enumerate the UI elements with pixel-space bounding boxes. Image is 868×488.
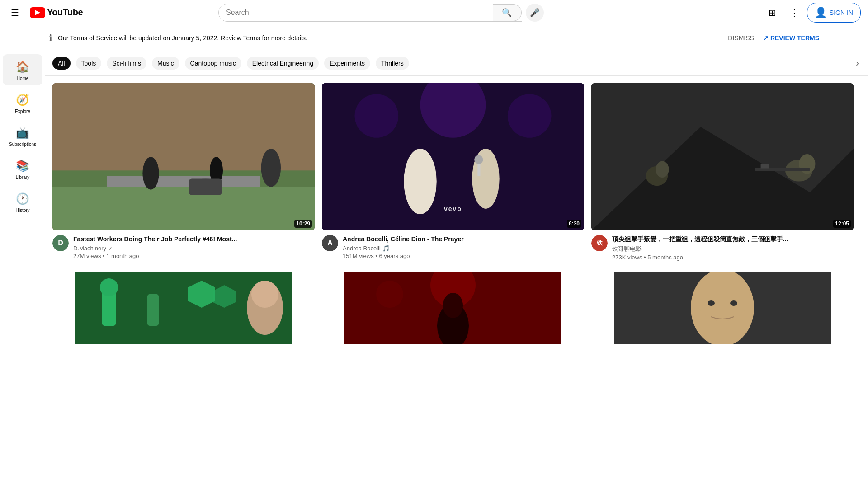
more-icon: ⋮ (790, 7, 799, 18)
more-button[interactable]: ⋮ (785, 4, 803, 22)
video-card-6[interactable] (591, 272, 861, 344)
svg-point-13 (404, 149, 437, 214)
video-card-4[interactable] (52, 272, 322, 344)
thumb-bg-1 (52, 83, 315, 230)
header-left: ☰ YouTube (7, 4, 107, 22)
search-form: 🔍 (218, 4, 522, 22)
home-icon: 🏠 (16, 61, 29, 73)
svg-point-27 (100, 278, 118, 296)
chip-tools[interactable]: Tools (76, 57, 102, 70)
video-meta-1: 27M views • 1 month ago (73, 253, 315, 259)
history-icon: 🕐 (16, 192, 29, 205)
thumbnail-1[interactable]: 10:29 (52, 83, 315, 230)
chip-electrical[interactable]: Electrical Engineering (247, 57, 319, 70)
svg-rect-3 (107, 176, 260, 187)
user-icon: 👤 (815, 7, 827, 19)
video-details-2: Andrea Bocelli, Céline Dion - The Prayer… (343, 235, 584, 259)
video-card-5[interactable] (322, 272, 591, 344)
search-area: 🔍 🎤 (218, 4, 544, 22)
sidebar-item-subscriptions[interactable]: 📺 Subscriptions (3, 120, 42, 151)
chip-all[interactable]: All (52, 57, 71, 70)
svg-rect-15 (477, 162, 480, 176)
duration-1: 10:29 (294, 220, 312, 228)
video-card-1[interactable]: 10:29 D Fastest Workers Doing Their Job … (52, 83, 322, 261)
chip-music[interactable]: Music (152, 57, 179, 70)
header: ☰ YouTube 🔍 🎤 ⊞ ⋮ 👤 SIGN IN (0, 0, 868, 25)
dismiss-button[interactable]: DISMISS (724, 31, 758, 45)
avatar-3[interactable]: 铁 (591, 235, 608, 251)
chip-scifi[interactable]: Sci-fi films (107, 57, 146, 70)
sidebar-item-library[interactable]: 📚 Library (3, 153, 42, 184)
search-icon: 🔍 (502, 8, 512, 18)
vevo-badge: vevo (444, 205, 462, 212)
video-meta-3: 273K views • 5 months ago (612, 254, 854, 261)
chip-experiments[interactable]: Experiments (324, 57, 370, 70)
chips-next-arrow[interactable]: › (854, 56, 861, 70)
svg-point-16 (474, 155, 483, 164)
filter-chips: All Tools Sci-fi films Music Cantopop mu… (45, 51, 868, 76)
video-info-2: A Andrea Bocelli, Céline Dion - The Pray… (322, 235, 584, 259)
youtube-logo-icon (30, 7, 45, 18)
sidebar-item-history[interactable]: 🕐 History (3, 186, 42, 217)
svg-point-12 (508, 94, 552, 138)
channel-name-1[interactable]: D.Machinery ✓ (73, 245, 315, 252)
video-card-2[interactable]: 6:30 vevo A Andrea Bocelli, Céline Dion … (322, 83, 591, 261)
thumbnail-5[interactable] (322, 272, 584, 344)
svg-point-35 (376, 281, 403, 308)
terms-banner: ℹ Our Terms of Service will be updated o… (0, 25, 868, 51)
sign-in-label: SIGN IN (830, 9, 853, 16)
svg-point-41 (708, 300, 715, 306)
thumbnail-3[interactable]: 12:05 (591, 83, 854, 230)
sidebar-subscriptions-label: Subscriptions (9, 142, 36, 147)
sidebar-home-label: Home (17, 76, 29, 81)
sidebar-history-label: History (15, 208, 29, 213)
video-details-3: 頂尖狙擊手叛變，一把重狙，遠程狙殺簡直無敵，三個狙擊手... 铁哥聊电影 273… (612, 235, 854, 261)
svg-point-32 (251, 281, 278, 308)
chip-cantopop[interactable]: Cantopop music (185, 57, 241, 70)
banner-text: Our Terms of Service will be updated on … (58, 34, 719, 42)
channel-name-3[interactable]: 铁哥聊电影 (612, 245, 854, 253)
video-title-3: 頂尖狙擊手叛變，一把重狙，遠程狙殺簡直無敵，三個狙擊手... (612, 235, 854, 243)
sidebar-library-label: Library (16, 175, 30, 180)
review-terms-label: REVIEW TERMS (770, 34, 819, 42)
svg-point-40 (695, 272, 750, 321)
duration-2: 6:30 (567, 220, 581, 228)
header-right: ⊞ ⋮ 👤 SIGN IN (764, 3, 861, 23)
chip-thrillers[interactable]: Thrillers (376, 57, 409, 70)
logo-text: YouTube (47, 7, 83, 18)
thumbnail-4[interactable] (52, 272, 315, 344)
video-info-3: 铁 頂尖狙擊手叛變，一把重狙，遠程狙殺簡直無敵，三個狙擊手... 铁哥聊电影 2… (591, 235, 854, 261)
sidebar-item-home[interactable]: 🏠 Home (3, 54, 42, 85)
svg-point-4 (142, 157, 159, 190)
search-input[interactable] (219, 4, 493, 21)
video-title-2: Andrea Bocelli, Céline Dion - The Prayer (343, 235, 584, 243)
thumbnail-6[interactable] (591, 272, 854, 344)
video-details-1: Fastest Workers Doing Their Job Perfectl… (73, 235, 315, 259)
subscriptions-icon: 📺 (16, 127, 29, 139)
explore-icon: 🧭 (16, 94, 29, 106)
music-note: 🎵 (382, 245, 390, 252)
video-card-3[interactable]: 12:05 铁 頂尖狙擊手叛變，一把重狙，遠程狙殺簡直無敵，三個狙擊手... 铁… (591, 83, 861, 261)
avatar-1[interactable]: D (52, 235, 69, 251)
avatar-2[interactable]: A (322, 235, 338, 251)
mic-button[interactable]: 🎤 (526, 4, 544, 22)
search-button[interactable]: 🔍 (493, 4, 522, 21)
thumb-bg-3 (591, 83, 854, 230)
layout: 🏠 Home 🧭 Explore 📺 Subscriptions 📚 Libra… (0, 51, 868, 362)
svg-point-11 (355, 94, 399, 138)
sidebar-explore-label: Explore (15, 109, 30, 114)
channel-name-2[interactable]: Andrea Bocelli 🎵 (343, 245, 584, 252)
svg-point-42 (730, 300, 737, 306)
menu-button[interactable]: ☰ (7, 4, 23, 22)
thumbnail-2[interactable]: 6:30 vevo (322, 83, 584, 230)
video-title-1: Fastest Workers Doing Their Job Perfectl… (73, 235, 315, 243)
library-icon: 📚 (16, 160, 29, 172)
logo[interactable]: YouTube (30, 7, 83, 18)
sign-in-button[interactable]: 👤 SIGN IN (807, 3, 861, 23)
review-terms-button[interactable]: ↗ REVIEW TERMS (763, 34, 819, 42)
svg-point-37 (443, 293, 463, 318)
info-icon: ℹ (49, 33, 52, 43)
sidebar-item-explore[interactable]: 🧭 Explore (3, 87, 42, 118)
apps-button[interactable]: ⊞ (764, 4, 782, 22)
video-grid-row2 (45, 272, 868, 355)
